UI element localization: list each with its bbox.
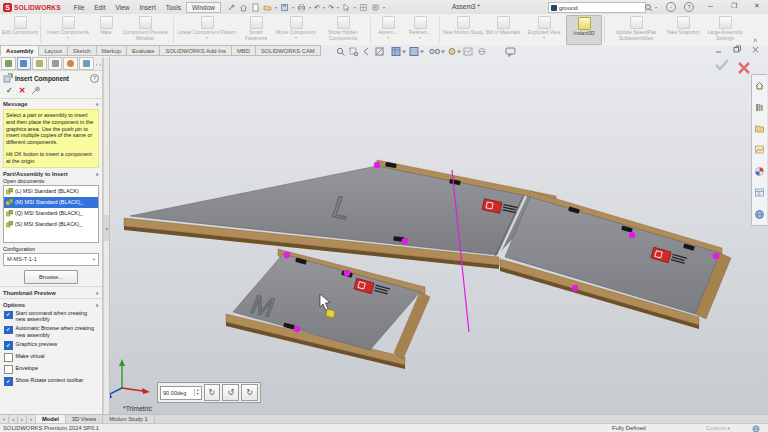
solidworks-forum-icon[interactable] (754, 208, 766, 220)
open-documents-list[interactable]: (L) MSI Standard (BLACK) (M) MSI Standar… (3, 185, 99, 243)
ribbon-assembly-features[interactable]: Assem...▾ (373, 15, 403, 45)
panel-splitter[interactable]: ◂ (103, 57, 110, 414)
search-input[interactable] (559, 5, 629, 11)
options-button[interactable] (371, 3, 380, 12)
tab-nav-last[interactable]: ⏵ (27, 415, 36, 423)
search-caret[interactable]: ▾ (655, 5, 657, 10)
pin-menu-icon[interactable] (227, 3, 236, 12)
undo-button[interactable]: ↶ (314, 4, 320, 11)
pm-help-icon[interactable]: ? (90, 74, 99, 83)
view-orientation-icon[interactable] (392, 48, 400, 56)
option-make-virtual[interactable]: Make virtual (0, 351, 102, 363)
checkbox-checked-icon[interactable]: ✓ (4, 311, 13, 320)
open-document-button[interactable] (263, 3, 272, 12)
option-show-rotate-toolbar[interactable]: ✓Show Rotate context toolbar (0, 375, 102, 387)
ribbon-instant3d[interactable]: Instant3D (566, 15, 602, 45)
ribbon-bill-of-materials[interactable]: Bill of Materials (484, 15, 522, 45)
ribbon-collapse-chevron[interactable]: ∧ (753, 36, 757, 43)
ribbon-exploded-view[interactable]: Exploded View▾ (522, 15, 566, 45)
document-list-item[interactable]: (S) MSI Standard (BLACK)_ (4, 219, 98, 230)
document-list-item[interactable]: (L) MSI Standard (BLACK) (4, 186, 98, 197)
ribbon-move-component[interactable]: Move Component▾ (274, 15, 318, 45)
new-document-button[interactable] (251, 3, 260, 12)
browse-button[interactable]: Browse... (24, 270, 78, 284)
tab-assembly[interactable]: Assembly (0, 45, 39, 56)
file-explorer-icon[interactable] (754, 123, 766, 135)
display-style-icon[interactable] (410, 48, 418, 56)
rotate-angle-input[interactable]: 90.00deg ▲▼ (160, 386, 202, 400)
search-icon[interactable] (644, 3, 654, 13)
rotate-x-button[interactable]: ↻ (204, 384, 221, 401)
search-box[interactable] (548, 2, 646, 13)
propertymanager-tab[interactable] (17, 57, 32, 70)
checkbox-checked-icon[interactable]: ✓ (4, 326, 13, 335)
options-section-header[interactable]: Options∧ (0, 300, 102, 309)
tab-layout[interactable]: Layout (39, 45, 67, 56)
pm-ok-button[interactable]: ✓ (6, 86, 13, 95)
checkbox-checked-icon[interactable]: ✓ (4, 341, 13, 350)
tab-nav-next[interactable]: ▸ (18, 415, 27, 423)
print-button[interactable] (297, 3, 306, 12)
status-units-icon[interactable] (752, 425, 760, 432)
ribbon-reference-geometry[interactable]: Referen...▾ (403, 15, 437, 45)
menu-file[interactable]: File (69, 3, 89, 12)
featuremanager-tree-tab[interactable] (1, 57, 16, 70)
ribbon-component-preview-window[interactable]: Component Preview Window (119, 15, 171, 45)
option-automatic-browse[interactable]: ✓Automatic Browse when creating new asse… (0, 324, 102, 339)
view-palette-icon[interactable] (754, 144, 766, 156)
ribbon-insert-components[interactable]: Insert Components▾ (43, 15, 93, 45)
open-caret[interactable]: ▾ (275, 5, 277, 10)
option-envelope[interactable]: Envelope (0, 363, 102, 375)
dimxpertmanager-tab[interactable] (48, 57, 63, 70)
options-caret[interactable]: ▾ (383, 5, 385, 10)
ribbon-mate[interactable]: Mate (93, 15, 119, 45)
select-tool-button[interactable] (342, 3, 351, 12)
manager-tabs-right-arrow[interactable]: › (98, 61, 102, 67)
tab-solidworks-add-ins[interactable]: SOLIDWORKS Add-Ins (160, 45, 232, 56)
menu-window[interactable]: Window (186, 2, 221, 13)
restore-button[interactable]: ❐ (731, 2, 737, 9)
edit-appearance-icon[interactable] (449, 49, 455, 55)
checkbox-checked-icon[interactable]: ✓ (4, 377, 13, 386)
custom-properties-icon[interactable] (754, 187, 766, 199)
option-start-command[interactable]: ✓Start command when creating new assembl… (0, 309, 102, 324)
tab-solidworks-cam[interactable]: SOLIDWORKS CAM (256, 45, 321, 56)
ribbon-large-assembly-settings[interactable]: Large Assembly Settings (701, 15, 749, 45)
menu-tools[interactable]: Tools (161, 3, 186, 12)
ribbon-update-speedpak[interactable]: Update SpeedPak Subassemblies (607, 15, 665, 45)
design-library-icon[interactable] (754, 101, 766, 113)
thumbnail-preview-section-header[interactable]: Thumbnail Preview∨ (0, 288, 102, 297)
configurationmanager-tab[interactable] (32, 57, 47, 70)
ribbon-edit-component[interactable]: Edit Component (2, 15, 38, 45)
tab-evaluate[interactable]: Evaluate (127, 45, 161, 56)
status-custom-dropdown[interactable]: Custom ▾ (706, 425, 730, 431)
displaymanager-tab[interactable] (63, 57, 78, 70)
message-section-header[interactable]: Message∧ (0, 99, 102, 108)
appearances-scenes-icon[interactable] (754, 165, 766, 177)
tab-nav-prev[interactable]: ◂ (9, 415, 18, 423)
tab-markup[interactable]: Markup (97, 45, 127, 56)
menu-insert[interactable]: Insert (134, 3, 160, 12)
ribbon-smart-fasteners[interactable]: Smart Fasteners (238, 15, 274, 45)
pm-cancel-button[interactable]: ✕ (19, 86, 26, 95)
document-list-item[interactable]: (Q) MSI Standard (BLACK)_ (4, 208, 98, 219)
solidworks-resources-icon[interactable] (754, 80, 766, 92)
undo-caret[interactable]: ▾ (323, 5, 325, 10)
checkbox-unchecked-icon[interactable] (4, 365, 13, 374)
home-button[interactable] (239, 3, 248, 12)
document-list-item-selected[interactable]: (M) MSI Standard (BLACK)_ (4, 197, 98, 208)
tab-motion-study-1[interactable]: Motion Study 1 (103, 415, 155, 423)
tab-3d-views[interactable]: 3D Views (66, 415, 103, 423)
ribbon-new-motion-study[interactable]: New Motion Study (442, 15, 484, 45)
rotate-z-button[interactable]: ↻ (241, 384, 258, 401)
login-icon[interactable]: ◦ (666, 2, 676, 12)
help-icon[interactable]: ? (684, 2, 694, 12)
part-assembly-section-header[interactable]: Part/Assembly to Insert∧ (0, 169, 102, 178)
tab-nav-first[interactable]: ⏴ (0, 415, 9, 423)
option-graphics-preview[interactable]: ✓Graphics preview (0, 339, 102, 351)
angle-spinner[interactable]: ▲▼ (194, 389, 200, 396)
select-caret[interactable]: ▾ (354, 5, 356, 10)
print-caret[interactable]: ▾ (309, 5, 311, 10)
graphics-area[interactable]: L (110, 45, 768, 414)
close-button[interactable]: ✕ (754, 2, 760, 9)
